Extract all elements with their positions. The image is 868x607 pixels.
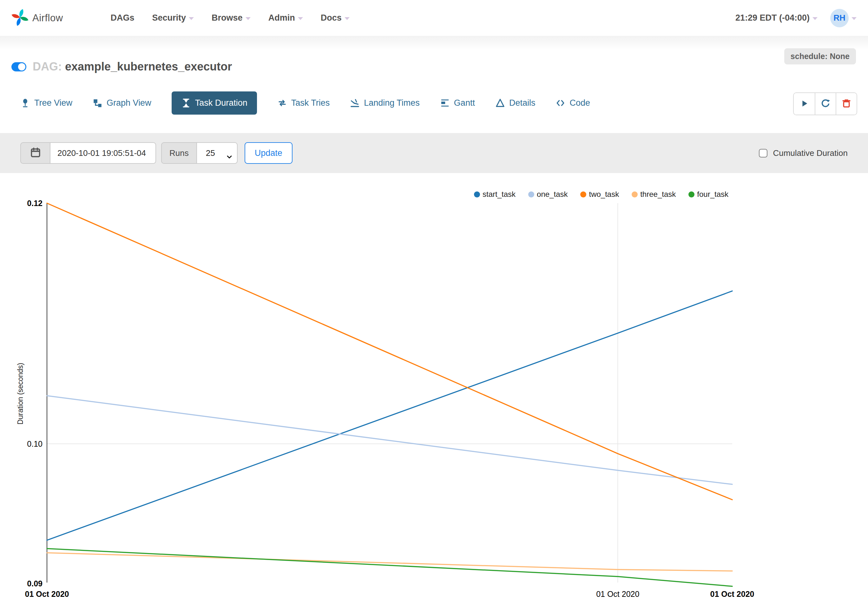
hourglass-icon: [181, 98, 191, 108]
cumulative-duration-label: Cumulative Duration: [773, 148, 848, 158]
tab-code[interactable]: Code: [555, 98, 590, 108]
play-icon: [800, 99, 809, 109]
code-brackets-icon: [555, 98, 565, 108]
tab-task-duration[interactable]: Task Duration: [172, 92, 257, 115]
legend-item-start_task[interactable]: start_task: [474, 190, 516, 199]
page-title: DAG:example_kubernetes_executor: [33, 60, 232, 73]
runs-group: Runs 25: [161, 142, 238, 164]
legend-label: three_task: [640, 190, 676, 199]
y-axis-title: Duration (seconds): [16, 363, 25, 424]
calendar-addon[interactable]: [20, 142, 50, 164]
runs-label: Runs: [161, 142, 197, 164]
tab-landing-times[interactable]: Landing Times: [350, 98, 420, 108]
refresh-icon: [821, 99, 830, 109]
legend-label: four_task: [697, 190, 728, 199]
airflow-pinwheel-logo: [11, 9, 29, 27]
avatar: RH: [830, 9, 849, 27]
base-date-group: [20, 142, 156, 164]
legend-item-one_task[interactable]: one_task: [528, 190, 567, 199]
calendar-icon: [30, 147, 41, 159]
delete-dag-button[interactable]: [835, 93, 857, 115]
sitemap-icon: [93, 98, 102, 108]
brand-label: Airflow: [33, 12, 63, 24]
menu-item-security[interactable]: Security: [152, 13, 194, 23]
x-tick-label: 01 Oct 2020: [596, 590, 639, 598]
navbar-shadow: [0, 36, 868, 50]
triangle-outline-icon: [495, 98, 505, 108]
series-line-four_task[interactable]: [47, 549, 732, 586]
trigger-dag-button[interactable]: [794, 93, 815, 115]
navbar-right: 21:29 EDT (-04:00) RH: [735, 9, 857, 27]
menu-item-admin[interactable]: Admin: [268, 13, 303, 23]
chart-filter-bar: Runs 25 Update Cumulative Duration: [0, 133, 868, 173]
tab-graph-view[interactable]: Graph View: [93, 98, 151, 108]
y-tick-label: 0.12: [27, 199, 42, 208]
y-tick-label: 0.09: [27, 579, 42, 588]
base-date-input[interactable]: [50, 142, 156, 164]
delete-icon: [842, 99, 851, 109]
x-tick-label: 01 Oct 2020: [710, 590, 755, 598]
legend-dot-icon: [632, 191, 638, 197]
series-line-one_task[interactable]: [47, 396, 732, 484]
menu-item-docs[interactable]: Docs: [321, 13, 350, 23]
chevron-down-icon: [851, 17, 857, 20]
tab-details[interactable]: Details: [495, 98, 536, 108]
chevron-down-icon: [812, 17, 818, 20]
top-navbar: Airflow DAGs Security Browse Admin Docs …: [0, 0, 868, 36]
schedule-badge: schedule: None: [784, 48, 856, 64]
y-tick-label: 0.10: [27, 439, 42, 448]
legend-item-two_task[interactable]: two_task: [580, 190, 619, 199]
legend-dot-icon: [688, 191, 694, 197]
series-line-two_task[interactable]: [47, 203, 732, 500]
cumulative-duration-checkbox[interactable]: [759, 149, 767, 157]
dag-header: DAG:example_kubernetes_executor: [11, 57, 857, 76]
view-tabs: Tree View Graph View Task Duration Task …: [20, 90, 857, 115]
x-tick-label: 01 Oct 2020: [25, 590, 69, 598]
cumulative-duration-control: Cumulative Duration: [759, 148, 848, 158]
airflow-app: Airflow DAGs Security Browse Admin Docs …: [0, 0, 868, 607]
legend-label: two_task: [589, 190, 619, 199]
series-line-start_task[interactable]: [47, 291, 732, 540]
chart-legend: start_taskone_tasktwo_taskthree_taskfour…: [474, 190, 728, 199]
user-menu[interactable]: RH: [818, 9, 857, 27]
dag-prefix: DAG:: [33, 60, 62, 73]
chevron-down-icon: [189, 17, 194, 20]
legend-dot-icon: [528, 191, 534, 197]
plane-landing-icon: [350, 98, 360, 108]
legend-dot-icon: [474, 191, 480, 197]
pin-icon: [20, 98, 30, 108]
menu-item-dags[interactable]: DAGs: [111, 13, 135, 23]
dag-action-buttons: [793, 92, 857, 115]
update-button[interactable]: Update: [245, 142, 293, 164]
clock-menu[interactable]: 21:29 EDT (-04:00): [735, 13, 818, 23]
legend-dot-icon: [580, 191, 586, 197]
tab-task-tries[interactable]: Task Tries: [277, 98, 330, 108]
legend-item-four_task[interactable]: four_task: [688, 190, 728, 199]
gantt-bars-icon: [440, 98, 450, 108]
legend-label: start_task: [482, 190, 516, 199]
menu-item-browse[interactable]: Browse: [212, 13, 251, 23]
series-line-three_task[interactable]: [47, 553, 732, 571]
dag-pause-toggle[interactable]: [11, 62, 26, 71]
chevron-down-icon: [298, 17, 303, 20]
tab-tree-view[interactable]: Tree View: [20, 98, 72, 108]
toggle-knob: [18, 63, 25, 70]
tab-gantt[interactable]: Gantt: [440, 98, 475, 108]
legend-label: one_task: [537, 190, 567, 199]
runs-select[interactable]: 25: [197, 142, 238, 164]
chevron-down-icon: [246, 17, 251, 20]
legend-item-three_task[interactable]: three_task: [632, 190, 676, 199]
main-menu: DAGs Security Browse Admin Docs: [111, 13, 350, 23]
refresh-dag-button[interactable]: [815, 93, 835, 115]
dag-name: example_kubernetes_executor: [65, 60, 232, 73]
repeat-icon: [277, 98, 287, 108]
chevron-down-icon: [344, 17, 350, 20]
airflow-brand[interactable]: Airflow: [11, 9, 63, 27]
